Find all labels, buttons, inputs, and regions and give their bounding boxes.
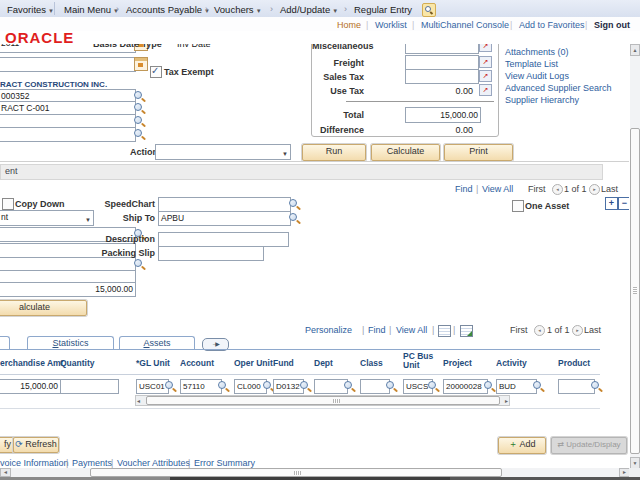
nav-accounts-payable[interactable]: Accounts Payable▼ [126, 4, 210, 15]
scroll-left-icon[interactable]: ◄ [0, 468, 11, 477]
lookup-icon[interactable] [299, 380, 312, 393]
zoom-grid-icon[interactable] [438, 325, 451, 337]
cell-account[interactable]: 57110 [180, 379, 222, 394]
line-amount-field[interactable]: 15,000.00 [0, 282, 136, 297]
lookup-icon[interactable] [483, 380, 496, 393]
payment-terms-field[interactable] [0, 127, 136, 142]
copy-down-checkbox[interactable] [2, 198, 14, 210]
scroll-right-icon[interactable]: ▸ [505, 397, 508, 404]
multichannel-console-link[interactable]: MultiChannel Console [421, 20, 509, 30]
transfer-icon[interactable]: ↗ [479, 56, 492, 68]
tab-statistics[interactable]: Statistics [27, 336, 114, 350]
run-button[interactable]: Run [302, 144, 366, 161]
payments-link[interactable]: Payments [72, 458, 112, 468]
lookup-icon[interactable] [288, 198, 301, 211]
date-field[interactable] [0, 57, 136, 72]
nav-regular-entry[interactable]: Regular Entry [354, 4, 412, 15]
scroll-left-icon[interactable]: ◂ [137, 397, 140, 404]
view-audit-logs-link[interactable]: View Audit Logs [505, 71, 569, 81]
prev-arrow-icon[interactable]: ◂ [534, 325, 545, 336]
cell-merchandise-amt[interactable]: 15,000.00 [0, 379, 61, 394]
lookup-icon[interactable] [590, 380, 603, 393]
add-button[interactable]: ＋ Add [498, 437, 546, 454]
transfer-icon[interactable]: ↗ [479, 70, 492, 82]
download-icon[interactable] [460, 325, 473, 337]
add-to-favorites-link[interactable]: Add to Favorites [519, 20, 585, 30]
invoice-information-link[interactable]: voice Information [0, 458, 69, 468]
cell-project[interactable]: 20000028 [443, 379, 488, 394]
vscroll-thumb[interactable] [630, 128, 640, 454]
delete-row-icon[interactable]: − [618, 197, 629, 210]
lookup-icon[interactable] [343, 380, 356, 393]
nav-vouchers[interactable]: Vouchers▼ [214, 4, 262, 15]
nav-favorites[interactable]: Favorites▼ [7, 4, 54, 15]
sales-tax-field[interactable] [405, 69, 479, 84]
lookup-icon[interactable] [427, 380, 440, 393]
calculate-button[interactable]: Calculate [371, 144, 440, 161]
grid-pager-last[interactable]: Last [584, 325, 601, 335]
advanced-supplier-search-link[interactable]: Advanced Supplier Search [505, 83, 612, 93]
description-field[interactable] [158, 232, 289, 247]
sign-out-link[interactable]: Sign out [594, 20, 630, 30]
vertical-scrollbar[interactable]: ▲ ▼ [630, 44, 640, 468]
find-link[interactable]: Find [455, 184, 473, 194]
ship-to-field[interactable]: APBU [158, 211, 291, 226]
tax-exempt-checkbox[interactable] [150, 66, 162, 78]
link-separator: | [453, 325, 455, 335]
tab-partial[interactable]: e [0, 336, 10, 350]
calculate-line-button[interactable]: alculate [0, 300, 87, 316]
attachments-link[interactable]: Attachments (0) [505, 47, 569, 57]
home-link[interactable]: Home [337, 20, 361, 30]
view-all-link[interactable]: View All [482, 184, 513, 194]
miscellaneous-field[interactable] [405, 44, 479, 54]
prev-arrow-icon[interactable]: ◂ [552, 184, 563, 195]
pager-last-label[interactable]: Last [601, 184, 618, 194]
lookup-icon[interactable] [532, 380, 545, 393]
supplier-hierarchy-link[interactable]: Supplier Hierarchy [505, 95, 579, 105]
calendar-icon[interactable] [134, 57, 148, 71]
next-arrow-icon[interactable]: ▸ [589, 184, 600, 195]
grid-view-all-link[interactable]: View All [396, 325, 427, 335]
one-asset-checkbox[interactable] [512, 200, 524, 212]
use-tax-value: 0.00 [405, 86, 473, 96]
freight-field[interactable] [405, 55, 479, 70]
cell-quantity[interactable] [60, 379, 119, 394]
lookup-icon[interactable] [217, 380, 230, 393]
nav-add-update[interactable]: Add/Update▼ [280, 4, 338, 15]
lookup-icon[interactable] [164, 380, 177, 393]
pager-first-label[interactable]: First [528, 184, 546, 194]
col-merchandise-amt: erchandise Amt [0, 358, 63, 368]
template-list-link[interactable]: Template List [505, 59, 558, 69]
transfer-icon[interactable]: ↗ [479, 44, 492, 52]
worklist-link[interactable]: Worklist [375, 20, 407, 30]
tab-assets[interactable]: Assets [119, 336, 195, 350]
total-field[interactable]: 15,000.00 [405, 107, 481, 123]
transfer-icon[interactable]: ↗ [479, 84, 492, 96]
lookup-icon[interactable] [385, 380, 398, 393]
refresh-button[interactable]: ⟳ Refresh [13, 437, 59, 453]
lookup-icon[interactable] [133, 128, 146, 141]
pager-count: 1 of 1 [564, 184, 587, 194]
hscroll-thumb[interactable] [90, 468, 502, 477]
grid-hscrollbar[interactable]: ◂ ▸ [135, 395, 510, 406]
action-dropdown[interactable] [155, 144, 291, 160]
description-label: Description [60, 234, 155, 244]
search-icon[interactable] [422, 3, 436, 17]
nav-main-menu[interactable]: Main Menu▼ [64, 4, 119, 15]
print-button[interactable]: Print [444, 144, 513, 161]
personalize-link[interactable]: Personalize [305, 325, 352, 335]
next-arrow-icon[interactable]: ▸ [572, 325, 583, 336]
cell-activity[interactable]: BUD [496, 379, 537, 394]
packing-slip-field[interactable] [158, 246, 264, 261]
error-summary-link[interactable]: Error Summary [194, 458, 255, 468]
horizontal-scrollbar[interactable]: ◄ ► [0, 468, 629, 477]
grid-hscroll-thumb[interactable] [146, 396, 500, 405]
grid-pager-first[interactable]: First [510, 325, 528, 335]
scroll-up-icon[interactable]: ▲ [630, 44, 640, 56]
speedchart-field[interactable] [158, 197, 291, 212]
chevron-down-icon: ▼ [332, 8, 338, 14]
add-row-icon[interactable]: + [605, 197, 618, 210]
grid-find-link[interactable]: Find [368, 325, 386, 335]
voucher-attributes-link[interactable]: Voucher Attributes [117, 458, 190, 468]
lookup-icon[interactable] [288, 212, 301, 225]
